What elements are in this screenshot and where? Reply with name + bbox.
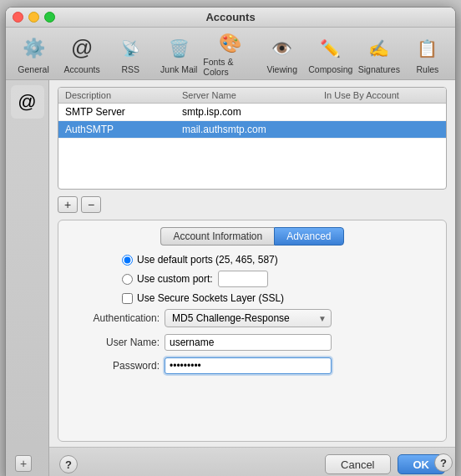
username-label: User Name: [72,337,160,348]
toolbar-item-general[interactable]: ⚙️ General [9,33,58,76]
general-icon: ⚙️ [20,35,47,62]
radio-default-ports-label: Use default ports (25, 465, 587) [137,254,278,266]
radio-row-custom-port: Use custom port: [72,271,433,287]
cancel-button[interactable]: Cancel [325,454,390,474]
radio-custom-port-label: Use custom port: [137,273,213,285]
toolbar-label-composing: Composing [308,64,352,74]
row-description: AuthSMTP [65,124,182,135]
ssl-row: Use Secure Sockets Layer (SSL) [72,292,433,304]
smtp-table: Description Server Name In Use By Accoun… [58,87,447,190]
outer-add-button[interactable]: + [15,455,32,472]
toolbar-item-rules[interactable]: 📋 Rules [403,33,452,76]
junk-mail-icon: 🗑️ [165,35,192,62]
table-empty-space [58,139,446,189]
outer-help-button[interactable]: ? [434,453,453,472]
sidebar-account-item[interactable]: @ [11,85,44,119]
col-header-description: Description [65,90,182,100]
table-row[interactable]: SMTP Server smtp.isp.com [58,104,446,121]
help-button[interactable]: ? [59,455,78,473]
toolbar-item-fonts-colors[interactable]: 🎨 Fonts & Colors [203,33,257,76]
advanced-form: Use default ports (25, 465, 587) Use cus… [58,246,446,389]
toolbar-label-viewing: Viewing [266,64,297,74]
authentication-row: Authentication: MD5 Challenge-Response P… [72,309,433,327]
authentication-select-wrap: MD5 Challenge-Response Password NTLM Ker… [165,309,332,327]
toolbar-item-rss[interactable]: 📡 RSS [106,33,155,76]
radio-custom-port[interactable] [122,274,133,285]
toolbar-item-accounts[interactable]: @ Accounts [58,33,106,76]
password-label: Password: [72,360,160,372]
toolbar-label-junk-mail: Junk Mail [160,64,197,74]
row-description: SMTP Server [65,106,182,118]
toolbar-label-signatures: Signatures [358,64,400,74]
password-input[interactable] [165,357,332,374]
toolbar-label-rules: Rules [417,64,439,74]
titlebar: Accounts [6,8,455,28]
tabs-row: Account Information Advanced [58,220,446,246]
add-remove-controls: + − [58,196,447,213]
rss-icon: 📡 [117,35,144,62]
account-icon: @ [18,91,36,113]
col-header-server: Server Name [182,90,324,100]
bottom-bar: ? Cancel OK [49,447,455,476]
table-header: Description Server Name In Use By Accoun… [58,88,446,104]
toolbar-item-junk-mail[interactable]: 🗑️ Junk Mail [155,33,203,76]
table-row[interactable]: AuthSMTP mail.authsmtp.com [58,121,446,139]
toolbar-label-fonts-colors: Fonts & Colors [203,57,257,77]
ssl-checkbox[interactable] [122,293,133,304]
viewing-icon: 👁️ [269,35,296,62]
composing-icon: ✏️ [317,35,344,62]
sidebar: @ [6,80,49,476]
right-panel: Description Server Name In Use By Accoun… [49,80,455,476]
password-row: Password: [72,357,433,374]
toolbar: ⚙️ General @ Accounts 📡 RSS 🗑️ Junk Mail… [6,28,455,80]
row-server: smtp.isp.com [182,106,324,118]
username-input[interactable] [165,334,332,351]
toolbar-label-accounts: Accounts [64,64,100,74]
bottom-buttons: Cancel OK [325,454,445,474]
tab-account-information[interactable]: Account Information [160,227,274,246]
add-smtp-button[interactable]: + [58,196,78,213]
radio-default-ports[interactable] [122,255,133,266]
minimize-button[interactable] [28,12,39,23]
custom-port-input[interactable] [218,271,268,287]
fonts-colors-icon: 🎨 [217,33,244,54]
toolbar-item-composing[interactable]: ✏️ Composing [306,33,355,76]
window-controls [13,12,55,23]
toolbar-item-signatures[interactable]: ✍️ Signatures [355,33,403,76]
toolbar-label-rss: RSS [121,64,139,74]
authentication-select[interactable]: MD5 Challenge-Response Password NTLM Ker… [165,309,332,327]
window-title: Accounts [205,11,255,23]
signatures-icon: ✍️ [366,35,393,62]
accounts-icon: @ [68,35,95,62]
radio-row-default-ports: Use default ports (25, 465, 587) [72,254,433,266]
remove-smtp-button[interactable]: − [81,196,101,213]
rules-icon: 📋 [414,35,441,62]
ssl-label: Use Secure Sockets Layer (SSL) [137,292,284,304]
maximize-button[interactable] [44,12,55,23]
close-button[interactable] [13,12,23,23]
authentication-label: Authentication: [72,312,160,324]
col-header-inuse: In Use By Account [324,90,439,100]
main-content: @ Description Server Name In Use By Acco… [6,80,455,476]
tab-section: Account Information Advanced Use default… [58,220,447,442]
username-row: User Name: [72,334,433,351]
toolbar-label-general: General [18,64,48,74]
tab-advanced[interactable]: Advanced [274,227,343,246]
toolbar-item-viewing[interactable]: 👁️ Viewing [258,33,306,76]
row-server: mail.authsmtp.com [182,124,324,135]
